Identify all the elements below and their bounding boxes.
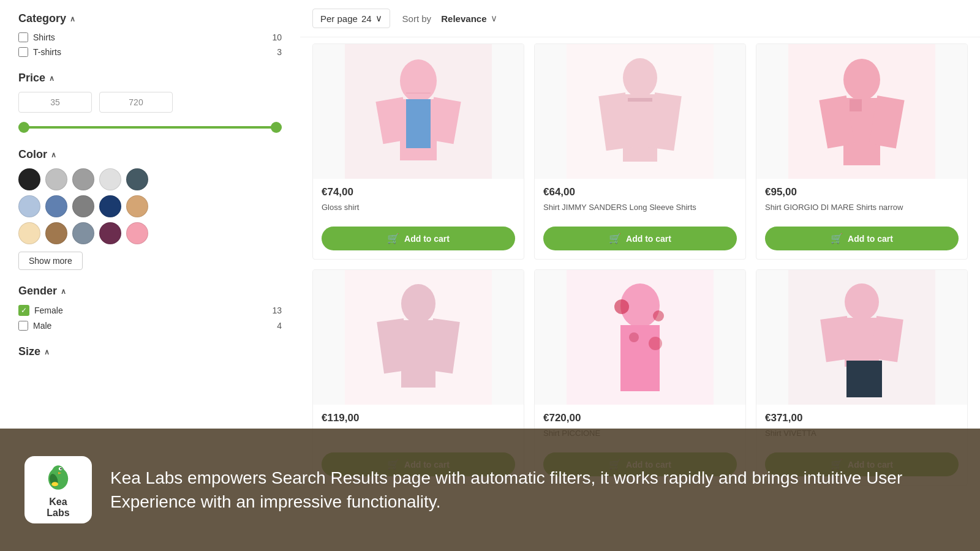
price-inputs (18, 92, 282, 113)
color-swatch-11[interactable] (45, 222, 67, 244)
product-name-1: Gloss shirt (322, 202, 515, 213)
price-filter: Price ∧ (18, 72, 282, 133)
color-swatch-12[interactable] (72, 222, 94, 244)
size-caret-icon: ∧ (44, 348, 50, 356)
range-handle-left[interactable] (18, 122, 29, 133)
product-price-5: €720,00 (543, 412, 737, 424)
range-handle-right[interactable] (271, 122, 282, 133)
cart-icon-2: 🛒 (609, 233, 621, 244)
color-swatch-10[interactable] (18, 222, 40, 244)
svg-point-41 (60, 468, 62, 470)
color-swatch-7[interactable] (72, 195, 94, 217)
kea-logo: Kea Labs (24, 456, 92, 523)
gender-filter-title: Gender ∧ (18, 285, 282, 298)
product-price-2: €64,00 (543, 186, 737, 198)
gender-female-row: ✓ Female 13 (18, 305, 282, 316)
size-filter-title: Size ∧ (18, 345, 282, 358)
svg-point-1 (400, 59, 437, 102)
product-price-6: €371,00 (765, 412, 959, 424)
color-swatch-1[interactable] (45, 168, 67, 190)
svg-point-28 (653, 310, 664, 321)
category-tshirts-row: T-shirts 3 (18, 47, 282, 57)
gender-male-label[interactable]: Male (18, 321, 51, 331)
color-swatch-6[interactable] (45, 195, 67, 217)
product-name-2: Shirt JIMMY SANDERS Long Sleeve Shirts (543, 202, 737, 213)
svg-rect-12 (628, 98, 652, 102)
color-swatch-2[interactable] (72, 168, 94, 190)
color-swatch-8[interactable] (99, 195, 121, 217)
color-swatch-14[interactable] (126, 222, 148, 244)
category-shirts-checkbox[interactable] (18, 32, 28, 42)
per-page-select[interactable]: Per page 24 ∨ (312, 9, 390, 28)
svg-point-20 (401, 284, 435, 323)
category-tshirts-checkbox[interactable] (18, 47, 28, 57)
product-price-3: €95,00 (765, 186, 959, 198)
product-info-2: €64,00 Shirt JIMMY SANDERS Long Sleeve S… (535, 179, 745, 220)
product-image-1 (313, 44, 524, 179)
sort-by-select[interactable]: Sort by Relevance ∨ (402, 13, 497, 24)
product-price-4: €119,00 (322, 412, 515, 424)
svg-rect-6 (406, 99, 431, 148)
product-card-2: €64,00 Shirt JIMMY SANDERS Long Sleeve S… (534, 43, 746, 260)
product-image-5 (535, 270, 745, 405)
product-info-3: €95,00 Shirt GIORGIO DI MARE Shirts narr… (756, 179, 967, 220)
price-max-input[interactable] (99, 92, 173, 113)
range-track (18, 126, 282, 129)
product-name-3: Shirt GIORGIO DI MARE Shirts narrow (765, 202, 959, 213)
price-range-slider[interactable] (18, 121, 282, 133)
product-info-1: €74,00 Gloss shirt (313, 179, 524, 220)
color-swatch-9[interactable] (126, 195, 148, 217)
svg-point-14 (843, 59, 880, 100)
cart-icon-1: 🛒 (387, 233, 399, 244)
per-page-chevron-icon: ∨ (375, 13, 382, 24)
product-image-4 (313, 270, 524, 405)
svg-rect-36 (846, 361, 882, 397)
add-to-cart-button-2[interactable]: 🛒 Add to cart (543, 227, 737, 250)
product-card-1: €74,00 Gloss shirt 🛒 Add to cart (312, 43, 524, 260)
svg-point-30 (649, 337, 662, 350)
show-more-button[interactable]: Show more (18, 252, 83, 270)
svg-point-32 (845, 283, 879, 320)
category-caret-icon: ∧ (70, 15, 75, 23)
products-grid: €74,00 Gloss shirt 🛒 Add to cart €64,00 … (312, 43, 968, 485)
category-filter: Category ∧ Shirts 10 T-shirts 3 (18, 12, 282, 57)
gender-female-label[interactable]: ✓ Female (18, 305, 63, 316)
color-swatch-0[interactable] (18, 168, 40, 190)
kea-logo-label: Kea Labs (47, 497, 69, 519)
svg-rect-18 (850, 99, 862, 111)
color-swatch-13[interactable] (99, 222, 121, 244)
color-swatch-4[interactable] (126, 168, 148, 190)
kea-parrot-icon (40, 461, 77, 494)
product-image-2 (535, 44, 745, 179)
gender-filter: Gender ∧ ✓ Female 13 Male 4 (18, 285, 282, 331)
promo-text: Kea Labs empowers Search Results page wi… (110, 466, 956, 514)
category-filter-title: Category ∧ (18, 12, 282, 25)
svg-point-29 (629, 332, 639, 342)
gender-caret-icon: ∧ (61, 287, 66, 296)
color-filter-title: Color ∧ (18, 148, 282, 161)
gender-male-checkbox[interactable] (18, 321, 28, 331)
color-filter: Color ∧ Show more (18, 148, 282, 270)
add-to-cart-button-1[interactable]: 🛒 Add to cart (322, 227, 515, 250)
price-min-input[interactable] (18, 92, 92, 113)
color-swatch-3[interactable] (99, 168, 121, 190)
price-caret-icon: ∧ (49, 74, 55, 83)
add-to-cart-button-3[interactable]: 🛒 Add to cart (765, 227, 959, 250)
color-caret-icon: ∧ (51, 151, 56, 159)
product-image-6 (756, 270, 967, 405)
svg-point-27 (614, 299, 629, 314)
gender-male-row: Male 4 (18, 321, 282, 331)
svg-point-44 (51, 482, 58, 486)
promo-banner: Kea Labs Kea Labs empowers Search Result… (0, 429, 980, 551)
price-filter-title: Price ∧ (18, 72, 282, 84)
product-image-3 (756, 44, 967, 179)
category-shirts-row: Shirts 10 (18, 32, 282, 42)
top-bar: Per page 24 ∨ Sort by Relevance ∨ (300, 0, 980, 37)
category-shirts-label[interactable]: Shirts (18, 32, 55, 42)
cart-icon-3: 🛒 (831, 233, 843, 244)
female-checked-icon: ✓ (18, 305, 29, 316)
color-swatch-5[interactable] (18, 195, 40, 217)
svg-point-8 (623, 58, 657, 97)
svg-rect-26 (620, 325, 660, 391)
category-tshirts-label[interactable]: T-shirts (18, 47, 61, 57)
